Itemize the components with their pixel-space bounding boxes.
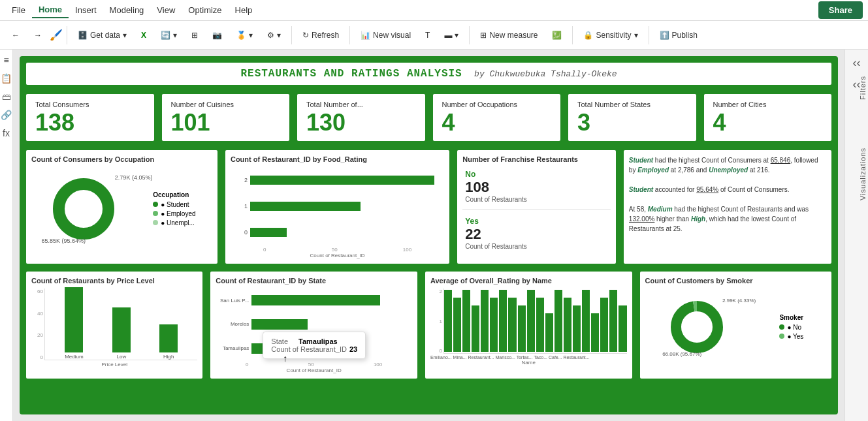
avg-bar-4 (472, 305, 479, 352)
chart-title-franchise: Number of Franchise Restaurants (462, 155, 611, 163)
avg-bar-20 (619, 305, 626, 352)
chart-franchise[interactable]: Number of Franchise Restaurants No 108 C… (456, 149, 617, 265)
measure-icon: ⊞ (480, 31, 487, 40)
avg-bar-19 (609, 290, 617, 352)
data-icon[interactable]: 🗃 (2, 91, 11, 102)
chart-title-smoker: Count of Customers by Smoker (645, 277, 826, 285)
chevron-down6-icon: ▾ (634, 31, 638, 40)
cursor-icon: ↑ (283, 353, 287, 364)
menu-item-modeling[interactable]: Modeling (103, 3, 151, 18)
text-icon: T (425, 31, 430, 40)
avg-bar-6 (490, 298, 498, 352)
chart-consumers-occupation[interactable]: Count of Consumers by Occupation (25, 149, 219, 265)
new-measure-button[interactable]: ⊞ New measure (474, 28, 544, 42)
menu-item-insert[interactable]: Insert (69, 3, 103, 18)
smoker-svg (667, 298, 726, 356)
chart-state[interactable]: Count of Restaurant_ID by State San Luis… (209, 270, 419, 380)
menu-item-optimize[interactable]: Optimize (182, 3, 228, 18)
chart-avg-rating[interactable]: Average of Overall_Rating by Name 210 (424, 270, 634, 380)
chart-insight: Student had the highest Count of Consume… (622, 149, 833, 265)
smoker-yes-item: ● Yes (779, 333, 803, 340)
refresh-button[interactable]: ↻ Refresh (296, 28, 346, 42)
chart-title-avg-rating: Average of Overall_Rating by Name (430, 277, 627, 285)
avg-bar-18 (600, 298, 608, 352)
smoker-container: 2.99K (4.33%) 66.08K (95.67%) Smoker ● N… (645, 288, 826, 367)
food-rating-bars (250, 167, 444, 245)
excel-button[interactable]: X (135, 28, 153, 42)
franchise-no-sub: Count of Restaurants (465, 196, 608, 203)
bar-fill-2 (250, 176, 434, 185)
canvas-area: RESTAURANTS AND RATINGS ANALYSIS by Chuk… (13, 50, 844, 421)
dax-icon[interactable]: fx (3, 128, 10, 138)
chart-food-rating[interactable]: Count of Restaurant_ID by Food_Rating 2 … (224, 149, 451, 265)
kpi-total-number: Total Number of... 130 (296, 93, 426, 142)
cert-button[interactable]: 🏅 ▾ (230, 28, 259, 42)
franchise-no-label: No (465, 170, 608, 179)
menu-item-view[interactable]: View (150, 3, 182, 18)
model-icon[interactable]: 🔗 (1, 110, 12, 120)
nav-icon[interactable]: ≡ (3, 55, 8, 65)
share-button[interactable]: Share (818, 1, 863, 19)
table-button[interactable]: ⊞ (185, 28, 204, 42)
transform-button[interactable]: ⚙ ▾ (261, 28, 287, 42)
tooltip-count-row: Count of Restaurant_ID 23 (271, 345, 357, 353)
sensitivity-button[interactable]: 🔒 Sensitivity ▾ (577, 28, 644, 42)
avg-xlabel: Name (430, 360, 627, 366)
food-bar-1 (250, 202, 444, 211)
menu-item-home[interactable]: Home (32, 2, 69, 18)
tooltip-count-label: Count of Restaurant_ID (271, 345, 347, 353)
chevron-down4-icon: ▾ (277, 31, 281, 40)
legend-unemployed: ● Unempl... (153, 219, 195, 226)
undo-button[interactable]: ← (5, 28, 26, 42)
chart-row-2: Count of Restaurants by Price Level 6040… (25, 270, 833, 380)
price-bar-low: Low (112, 307, 131, 360)
franchise-no-count: 108 (465, 179, 608, 196)
menu-item-file[interactable]: File (5, 3, 32, 18)
franchise-divider (462, 210, 611, 210)
chart-title-food-rating: Count of Restaurant_ID by Food_Rating (231, 155, 444, 163)
shapes-button[interactable]: ▬ ▾ (438, 28, 465, 42)
food-xaxis: 050100 (231, 245, 444, 253)
get-data-button[interactable]: 🗄️ Get data ▾ (71, 28, 133, 42)
food-bar-0 (250, 228, 444, 237)
camera-button[interactable]: 📷 (206, 28, 229, 42)
dataflow-button[interactable]: 🔄 ▾ (154, 28, 184, 42)
food-xlabel: Count of Restaurant_ID (231, 253, 444, 258)
bar-fill-1 (250, 202, 361, 211)
avg-bar-2 (453, 298, 461, 352)
paint-icon: 🖌️ (50, 29, 63, 41)
chart-title-occupation: Count of Consumers by Occupation (31, 155, 212, 163)
database-icon: 🗄️ (78, 31, 88, 40)
avg-bar-13 (555, 290, 562, 352)
sep6 (649, 26, 649, 44)
kpi-label-5: Number of Cities (713, 101, 823, 108)
donut-label-employed: 2.79K (4.05%) (115, 174, 153, 181)
bar-low (112, 307, 131, 352)
publish-icon: ⬆️ (660, 31, 669, 40)
smoker-no-label: ● No (787, 324, 801, 331)
avg-bar-12 (545, 313, 553, 352)
chevron-down5-icon: ▾ (455, 31, 458, 40)
avg-yaxis: 210 (430, 288, 443, 354)
avg-bar-7 (499, 290, 507, 352)
chart-smoker[interactable]: Count of Customers by Smoker 2.99K (4.33… (639, 270, 833, 380)
new-visual-button[interactable]: 📊 New visual (354, 28, 417, 42)
kpi-label-0: Total Consumers (35, 101, 145, 108)
report-icon[interactable]: 📋 (1, 73, 12, 84)
text-button[interactable]: T (419, 28, 436, 42)
quick-measure-button[interactable]: 💹 (545, 28, 568, 42)
publish-button[interactable]: ⬆️ Publish (653, 28, 704, 42)
state-xaxis: 050100 (216, 360, 412, 367)
student-dot (153, 202, 158, 207)
menu-item-help[interactable]: Help (229, 3, 259, 18)
redo-button[interactable]: → (27, 28, 48, 42)
avg-bars (443, 288, 627, 354)
chevron-down-icon: ▾ (123, 31, 127, 40)
insight-text-content: Student had the highest Count of Consume… (629, 155, 826, 234)
chart-price-level[interactable]: Count of Restaurants by Price Level 6040… (25, 270, 204, 380)
collapse-arrow-1[interactable]: ‹‹ (852, 55, 862, 71)
quick-icon: 💹 (552, 31, 562, 40)
state-xlabel: Count of Restaurant_ID (216, 367, 412, 373)
price-bar-medium: Medium (65, 287, 83, 360)
svg-point-3 (676, 306, 718, 348)
